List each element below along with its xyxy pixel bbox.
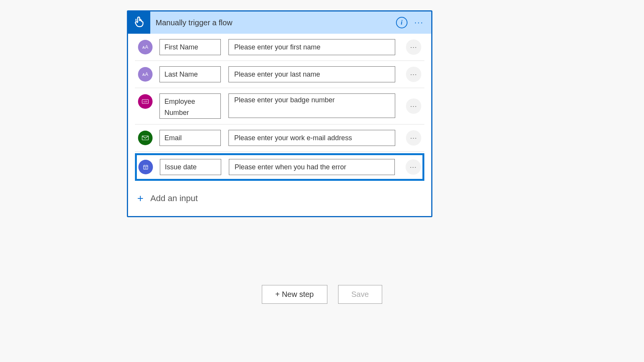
input-row-last-name: ᴀA ···	[135, 61, 424, 88]
row-more-icon[interactable]: ···	[406, 98, 421, 114]
add-input-button[interactable]: + Add an input	[128, 182, 431, 216]
footer-actions: + New step Save	[0, 285, 644, 304]
input-description-field[interactable]	[228, 39, 395, 55]
svg-text:123: 123	[143, 100, 148, 103]
input-row-first-name: ᴀA ···	[135, 34, 424, 61]
email-type-icon	[138, 131, 153, 145]
input-row-email: ···	[135, 124, 424, 152]
card-title: Manually trigger a flow	[150, 18, 396, 27]
svg-text:31: 31	[145, 167, 147, 169]
input-row-issue-date: 31 ···	[135, 153, 424, 181]
add-input-label: Add an input	[150, 193, 198, 203]
text-type-icon: ᴀA	[138, 40, 153, 54]
input-row-employee-number: 123 Employee Number Please enter your ba…	[135, 88, 424, 124]
input-name-field[interactable]	[159, 39, 221, 55]
input-name-field[interactable]	[159, 130, 221, 146]
text-type-icon: ᴀA	[138, 67, 153, 82]
input-description-field[interactable]: Please enter your badge number	[228, 93, 395, 118]
input-name-field[interactable]	[159, 66, 221, 82]
trigger-card: Manually trigger a flow i ··· ᴀA ··· ᴀA …	[127, 10, 432, 217]
number-type-icon: 123	[138, 94, 153, 109]
input-description-field[interactable]	[229, 159, 395, 175]
input-name-field[interactable]: Employee Number	[159, 93, 221, 119]
date-type-icon: 31	[138, 160, 153, 174]
row-more-icon[interactable]: ···	[406, 159, 421, 175]
input-description-field[interactable]	[228, 130, 395, 146]
save-button[interactable]: Save	[338, 285, 383, 304]
card-header[interactable]: Manually trigger a flow i ···	[128, 11, 431, 34]
plus-icon: +	[137, 192, 143, 205]
info-icon[interactable]: i	[396, 17, 407, 28]
manual-trigger-icon	[133, 16, 145, 29]
row-more-icon[interactable]: ···	[406, 67, 421, 82]
card-more-icon[interactable]: ···	[414, 18, 424, 28]
trigger-icon-box	[128, 11, 150, 34]
row-more-icon[interactable]: ···	[406, 130, 421, 146]
input-name-field[interactable]	[160, 159, 221, 175]
row-more-icon[interactable]: ···	[406, 39, 421, 55]
new-step-button[interactable]: + New step	[262, 285, 327, 304]
input-description-field[interactable]	[228, 66, 395, 82]
inputs-container: ᴀA ··· ᴀA ··· 123 Employee Number Please…	[128, 34, 431, 181]
